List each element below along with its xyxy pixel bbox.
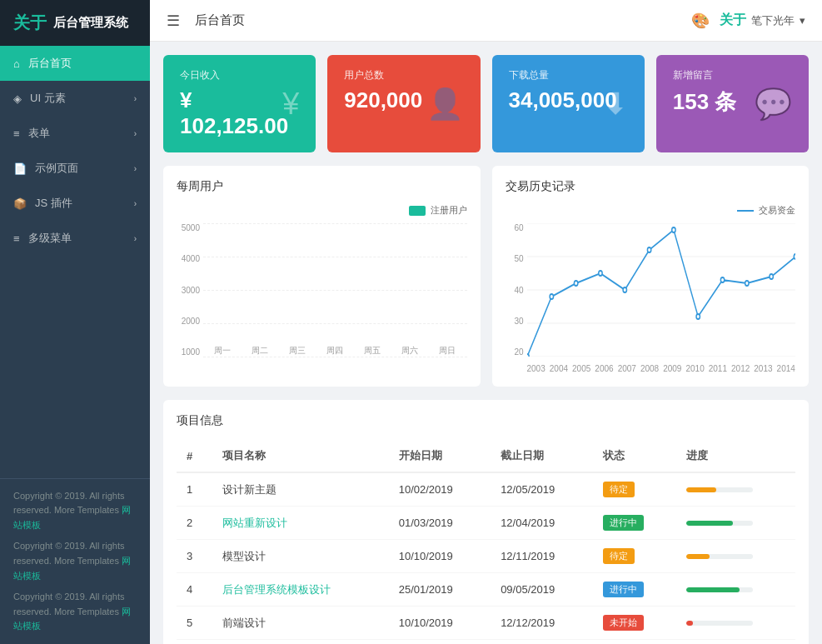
svg-point-15: [769, 274, 772, 279]
stat-downloads: 下载总量 34,005,000 ⬇: [492, 55, 645, 152]
sidebar-item-ui[interactable]: ◈ UI 元素 ›: [0, 81, 150, 116]
chevron-right-icon: ›: [134, 129, 137, 138]
sidebar-item-js[interactable]: 📦 JS 插件 ›: [0, 186, 150, 221]
line-legend-box: [737, 210, 754, 212]
cell-id: 6: [177, 640, 212, 645]
cell-end: 09/05/2019: [491, 573, 592, 607]
stat-comments: 新增留言 153 条 💬: [656, 55, 809, 152]
chart-area: 周一 周二 周三 周四: [203, 223, 467, 357]
cell-name: 设计新主题: [212, 472, 389, 507]
svg-point-10: [647, 247, 650, 252]
users-icon: 👤: [426, 87, 464, 122]
weekly-chart: 每周用户 注册用户 50004000300020001000: [163, 166, 481, 387]
status-badge: 待定: [603, 548, 635, 564]
bar-legend-label: 注册用户: [431, 204, 467, 217]
cell-id: 5: [177, 607, 212, 640]
topbar: ☰ 后台首页 🎨 关于 笔下光年 ▾: [150, 0, 822, 42]
weekly-chart-title: 每周用户: [177, 179, 467, 194]
sidebar-item-form[interactable]: ≡ 表单 ›: [0, 116, 150, 151]
cell-start: 10/01/2019: [389, 640, 491, 645]
project-name: 前端设计: [222, 617, 266, 629]
sidebar-item-home[interactable]: ⌂ 后台首页: [0, 46, 150, 81]
cell-start: 25/01/2019: [389, 573, 491, 607]
cell-progress: [676, 472, 795, 507]
svg-point-14: [745, 281, 748, 286]
dropdown-icon: ▾: [800, 14, 805, 27]
sidebar-item-label: 后台首页: [28, 56, 72, 71]
sidebar-item-label: 多级菜单: [28, 231, 72, 246]
palette-icon[interactable]: 🎨: [691, 12, 710, 30]
user-menu[interactable]: 关于 笔下光年 ▾: [720, 12, 805, 29]
project-link[interactable]: 网站重新设计: [222, 517, 287, 529]
chevron-right-icon: ›: [134, 94, 137, 103]
footer-link-2[interactable]: 网站模板: [13, 556, 131, 581]
cell-start: 10/10/2019: [389, 607, 491, 640]
cell-progress: [676, 507, 795, 540]
footer-link-3[interactable]: 网站模板: [13, 607, 131, 632]
stat-revenue: 今日收入 ¥ 102,125.00 ¥: [163, 55, 316, 152]
svg-point-8: [598, 271, 601, 276]
home-icon: ⌂: [13, 57, 20, 70]
footer-link-1[interactable]: 网站模板: [13, 505, 131, 530]
line-legend-label: 交易资金: [759, 204, 795, 217]
stats-row: 今日收入 ¥ 102,125.00 ¥ 用户总数 920,000 👤 下载总量 …: [163, 55, 809, 152]
hamburger-icon[interactable]: ☰: [167, 12, 180, 30]
stat-downloads-label: 下载总量: [509, 68, 628, 82]
status-badge: 待定: [603, 482, 635, 497]
cell-status: 进行中: [593, 507, 676, 540]
username: 笔下光年: [751, 13, 795, 28]
cell-progress: [676, 607, 795, 640]
svg-point-16: [794, 254, 795, 259]
form-icon: ≡: [13, 127, 20, 140]
bar-chart-container: 50004000300020001000 周一: [177, 223, 467, 373]
chevron-right-icon: ›: [134, 164, 137, 173]
cell-start: 10/10/2019: [389, 540, 491, 573]
bar-legend-box: [409, 206, 426, 216]
table-header: # 项目名称 开始日期 截止日期 状态 进度: [177, 440, 795, 472]
sidebar-item-menu[interactable]: ≡ 多级菜单 ›: [0, 221, 150, 256]
cell-end: 12/11/2019: [491, 540, 592, 573]
col-start: 开始日期: [389, 440, 491, 472]
line-chart-area: [527, 223, 796, 357]
sidebar-item-example[interactable]: 📄 示例页面 ›: [0, 151, 150, 186]
cell-name: 模型设计: [212, 540, 389, 573]
col-id: #: [177, 440, 212, 472]
col-name: 项目名称: [212, 440, 389, 472]
sidebar-footer: Copyright © 2019. All rights reserved. M…: [0, 478, 150, 644]
sidebar-item-label: UI 元素: [30, 91, 66, 106]
progress-bar: [686, 521, 753, 526]
line-svg: [527, 223, 796, 357]
status-badge: 进行中: [603, 582, 644, 597]
logo-text: 后台管理系统: [53, 15, 128, 31]
cell-end: 29/03/2019: [491, 640, 592, 645]
cell-progress: [676, 640, 795, 645]
sidebar-nav: ⌂ 后台首页 ◈ UI 元素 › ≡ 表单 › 📄 示例页面 ›: [0, 46, 150, 478]
bar-tue: 周二: [244, 342, 276, 357]
project-link[interactable]: 后台管理系统模板设计: [222, 583, 331, 596]
cell-start: 10/02/2019: [389, 472, 491, 507]
svg-point-6: [550, 294, 553, 299]
progress-fill: [686, 554, 710, 559]
table-row: 2 网站重新设计 01/03/2019 12/04/2019 进行中: [177, 507, 795, 540]
projects-table-card: 项目信息 # 项目名称 开始日期 截止日期 状态 进度 1 设计新主题 10/0…: [163, 400, 809, 644]
bar-mon: 周一: [207, 342, 239, 357]
status-badge: 未开始: [603, 615, 644, 631]
table-row: 6 桌面软件测试 10/01/2019 29/03/2019 进行中: [177, 640, 795, 645]
sidebar-item-label: JS 插件: [35, 196, 72, 211]
project-name: 设计新主题: [222, 483, 276, 496]
main-area: ☰ 后台首页 🎨 关于 笔下光年 ▾ 今日收入 ¥ 102,125.00 ¥ 用…: [150, 0, 822, 644]
table-row: 5 前端设计 10/10/2019 12/12/2019 未开始: [177, 607, 795, 640]
js-icon: 📦: [13, 197, 27, 210]
cell-status: 待定: [593, 540, 676, 573]
user-logo-icon: 关于: [720, 12, 746, 29]
progress-fill: [686, 621, 693, 626]
bars: 周一 周二 周三 周四: [203, 223, 467, 357]
logo-icon: 关于: [13, 12, 47, 34]
line-x-axis: 2003200420052006200720082009201020112012…: [527, 364, 796, 373]
bar-thu: 周四: [319, 342, 351, 357]
progress-fill: [686, 587, 740, 592]
cell-name: 桌面软件测试: [212, 640, 389, 645]
sidebar-logo: 关于 后台管理系统: [0, 0, 150, 46]
cell-name: 后台管理系统模板设计: [212, 573, 389, 607]
line-chart-container: 6050403020: [506, 223, 796, 373]
